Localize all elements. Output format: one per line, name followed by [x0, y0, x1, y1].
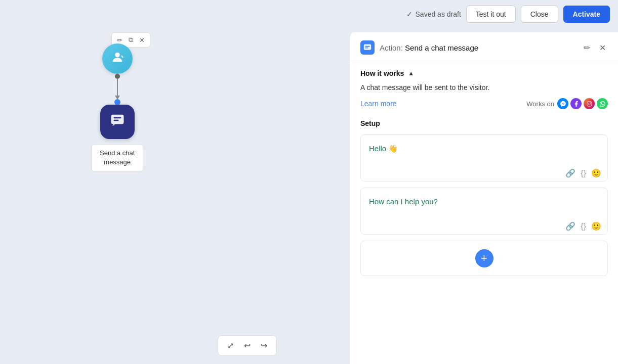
svg-rect-3: [587, 101, 591, 106]
top-bar: ✓ Saved as draft Test it out Close Activ…: [0, 0, 618, 28]
works-on: Works on: [526, 98, 608, 109]
emoji-button-2[interactable]: 🙂: [591, 221, 601, 231]
test-it-out-button[interactable]: Test it out: [466, 6, 516, 23]
saved-draft-status: ✓ Saved as draft: [406, 10, 461, 18]
how-it-works-header: How it works ▲: [360, 69, 608, 77]
panel-header-title: Action: Send a chat message: [380, 43, 576, 52]
message-text-1[interactable]: Hello 👋: [361, 135, 607, 165]
flow-container: Send a chat message: [91, 43, 143, 171]
panel-edit-button[interactable]: ✏: [582, 41, 592, 55]
bottom-toolbar: ⤢ ↩ ↪: [218, 335, 277, 356]
works-on-label: Works on: [526, 100, 554, 108]
code-button-2[interactable]: {}: [581, 221, 586, 231]
learn-more-link[interactable]: Learn more: [360, 100, 397, 108]
facebook-icon: [570, 98, 582, 109]
node-label: Send a chat message: [91, 144, 143, 171]
check-icon: ✓: [406, 10, 413, 18]
trigger-icon: [110, 50, 125, 67]
message-toolbar-2: 🔗 {} 🙂: [361, 218, 607, 234]
svg-point-0: [115, 53, 119, 57]
message-text-2[interactable]: How can I help you?: [361, 188, 607, 218]
svg-rect-1: [111, 114, 123, 124]
side-panel: Action: Send a chat message ✏ ✕ How it w…: [350, 32, 618, 364]
how-it-works-title: How it works: [360, 69, 404, 77]
add-message-button[interactable]: +: [475, 249, 493, 267]
add-message-card: +: [360, 241, 608, 276]
chat-bubble-icon: [110, 113, 125, 131]
setup-title: Setup: [360, 119, 608, 127]
action-node[interactable]: [100, 105, 135, 139]
panel-close-button[interactable]: ✕: [597, 41, 608, 55]
saved-draft-label: Saved as draft: [416, 10, 461, 18]
fit-view-button[interactable]: ⤢: [223, 339, 238, 352]
panel-header: Action: Send a chat message ✏ ✕: [350, 32, 618, 61]
chevron-up-icon: ▲: [408, 70, 414, 77]
svg-point-4: [588, 103, 590, 105]
panel-header-icon: [360, 40, 375, 55]
how-it-works-footer: Learn more Works on: [360, 98, 608, 109]
connector-arrow: [117, 79, 118, 99]
connector-dot-1: [115, 74, 120, 79]
panel-body: How it works ▲ A chat message will be se…: [350, 61, 618, 364]
message-card-2: How can I help you? 🔗 {} 🙂: [360, 188, 608, 235]
message-card-1: Hello 👋 🔗 {} 🙂: [360, 134, 608, 181]
whatsapp-icon: [597, 98, 608, 109]
link-button-1[interactable]: 🔗: [565, 168, 575, 178]
svg-rect-2: [364, 44, 371, 50]
action-node-wrapper: Send a chat message: [91, 99, 143, 171]
messenger-icon: [557, 98, 568, 109]
platform-icons: [557, 98, 608, 109]
redo-button[interactable]: ↪: [257, 339, 271, 352]
activate-button[interactable]: Activate: [563, 6, 610, 23]
panel-title: Send a chat message: [405, 43, 478, 52]
link-button-2[interactable]: 🔗: [565, 221, 575, 231]
action-prefix: Action:: [380, 43, 405, 52]
svg-point-5: [590, 102, 591, 103]
trigger-node[interactable]: [102, 43, 133, 74]
code-button-1[interactable]: {}: [581, 168, 586, 178]
message-toolbar-1: 🔗 {} 🙂: [361, 165, 607, 181]
close-button[interactable]: Close: [521, 6, 558, 23]
instagram-icon: [584, 98, 595, 109]
undo-button[interactable]: ↩: [240, 339, 255, 352]
how-it-works-description: A chat message will be sent to the visit…: [360, 82, 608, 93]
emoji-button-1[interactable]: 🙂: [591, 168, 601, 178]
